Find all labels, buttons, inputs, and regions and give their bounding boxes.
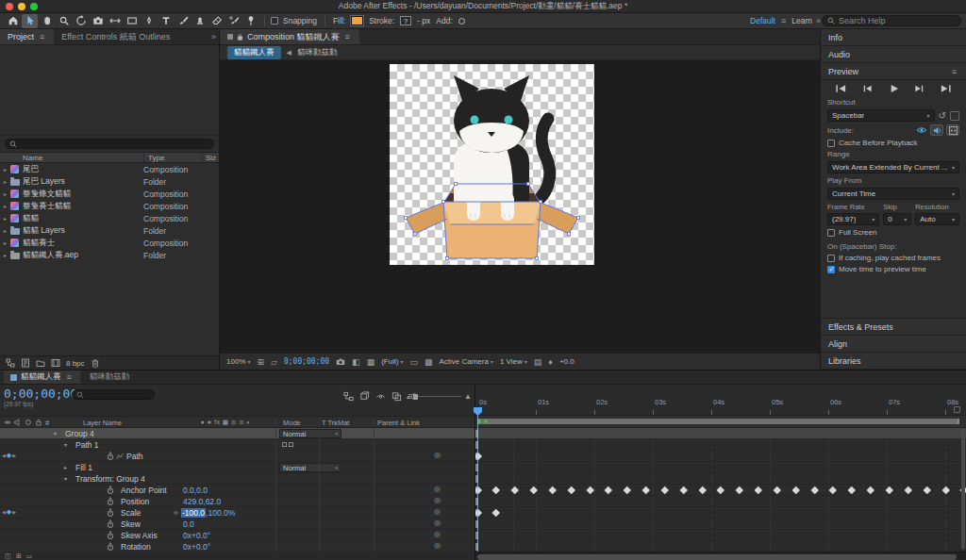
puppet-pin-tool[interactable]: [242, 14, 258, 28]
rotation-tool[interactable]: [73, 14, 89, 28]
brush-tool[interactable]: [175, 14, 191, 28]
keyframe-diamond[interactable]: [680, 486, 688, 494]
roto-brush-tool[interactable]: [225, 14, 242, 28]
timeline-row-skew[interactable]: Skew0.0◎: [0, 519, 475, 530]
render-time-icon[interactable]: ▭: [26, 552, 33, 560]
property-value[interactable]: 429.0,62.0: [183, 497, 221, 506]
checkbox-box[interactable]: [827, 140, 835, 147]
stopwatch-icon[interactable]: [107, 519, 114, 529]
timeline-row-fill-1[interactable]: ▸Fill 1Normal▾: [0, 462, 475, 473]
twirl-icon[interactable]: ▸: [0, 203, 10, 209]
breadcrumb-current[interactable]: 貓貓鐵人賽: [227, 46, 281, 59]
type-tool[interactable]: [158, 14, 174, 28]
column-index[interactable]: #: [45, 419, 49, 427]
keyframe-diamond[interactable]: [475, 509, 481, 517]
timeline-search-input[interactable]: [72, 389, 155, 400]
include-overlays-icon[interactable]: [946, 124, 959, 136]
twirl-icon[interactable]: ▸: [0, 252, 10, 258]
tab-timeline-current[interactable]: 貓貓鐵人賽 ≡: [4, 371, 80, 384]
keyframe-diamond[interactable]: [661, 486, 669, 494]
keyframe-diamond[interactable]: [736, 486, 743, 494]
mode-dropdown[interactable]: Normal▾: [279, 429, 341, 438]
keyframe-diamond[interactable]: [642, 486, 650, 494]
timeline-row-path-1[interactable]: ▾Path 1: [0, 439, 475, 451]
zoom-tool[interactable]: [56, 14, 72, 28]
tab-project[interactable]: Project ≡: [0, 29, 54, 44]
timeline-lane[interactable]: [475, 428, 966, 439]
project-row[interactable]: ▸整隻條文貓貓Composition: [0, 188, 219, 200]
panel-menu-icon[interactable]: ≡: [65, 372, 74, 382]
keyframe-diamond[interactable]: [624, 486, 631, 494]
pickwhip-icon[interactable]: ◎: [434, 507, 441, 516]
panel-overflow-icon[interactable]: »: [211, 32, 219, 41]
composition-mini-flowchart-icon[interactable]: [343, 391, 354, 402]
keyframe-diamond[interactable]: [549, 486, 557, 494]
timeline-lane[interactable]: [475, 439, 966, 451]
keyframe-diamond[interactable]: [568, 486, 575, 494]
timeline-lanes[interactable]: [475, 428, 966, 552]
column-trkmat[interactable]: T TrkMat: [322, 419, 349, 427]
twirl-icon[interactable]: ▸: [0, 166, 10, 173]
tab-timeline-other[interactable]: 貓咪動茲動: [83, 371, 137, 384]
panel-menu-icon[interactable]: ≡: [38, 32, 46, 41]
twirl-icon[interactable]: ▸: [0, 178, 10, 185]
keyframe-diamond[interactable]: [941, 486, 949, 494]
pickwhip-icon[interactable]: ◎: [434, 519, 441, 527]
timeline-lane[interactable]: [475, 519, 966, 530]
stroke-width-value[interactable]: - px: [415, 16, 432, 25]
shortcut-dropdown[interactable]: Spacebar ▾: [827, 109, 935, 122]
show-snapshot-icon[interactable]: ◧: [352, 357, 360, 367]
timeline-row-skew-axis[interactable]: Skew Axis0x+0.0°◎: [0, 530, 475, 541]
shortcut-options-icon[interactable]: [950, 111, 959, 121]
property-value[interactable]: -100.0,100.0%: [181, 508, 235, 518]
grid-options-icon[interactable]: ⊞: [257, 357, 264, 367]
keyframe-diamond[interactable]: [475, 453, 481, 460]
fast-previews-icon[interactable]: ♦: [548, 357, 553, 367]
keyframe-diamond[interactable]: [792, 486, 800, 494]
twirl-icon[interactable]: ▾: [54, 430, 57, 436]
tab-effect-controls[interactable]: Effect Controls 紙箱 Outlines: [54, 29, 177, 44]
mask-visibility-icon[interactable]: ▱: [271, 357, 277, 367]
column-mode[interactable]: Mode: [283, 419, 301, 427]
panel-preview[interactable]: Preview ≡: [821, 63, 966, 80]
zoom-in-icon[interactable]: ▲: [464, 392, 472, 401]
timeline-row-rotation[interactable]: Rotation0x+0.0°◎: [0, 541, 475, 552]
timeline-lane[interactable]: [475, 507, 966, 519]
column-type[interactable]: Type: [143, 154, 202, 162]
keyframe-diamond[interactable]: [492, 509, 500, 517]
project-table-header[interactable]: Name Type Siz: [0, 152, 219, 163]
shape-tool[interactable]: [124, 14, 140, 28]
stopwatch-icon[interactable]: [107, 452, 114, 461]
trash-icon[interactable]: [91, 358, 100, 368]
column-parent-link[interactable]: Parent & Link: [377, 419, 420, 427]
play-from-dropdown[interactable]: Current Time ▾: [827, 188, 959, 200]
twirl-icon[interactable]: ▾: [64, 441, 67, 448]
comp-marker-bin-icon[interactable]: [954, 406, 960, 413]
camera-view-dropdown[interactable]: Active Camera▾: [439, 357, 492, 366]
fill-color-swatch[interactable]: [351, 16, 363, 25]
draft-3d-icon[interactable]: [359, 391, 370, 402]
tab-composition[interactable]: Composition 貓貓鐵人賽 ≡: [220, 29, 359, 44]
pickwhip-icon[interactable]: ◎: [434, 451, 441, 459]
new-folder-icon[interactable]: [36, 358, 45, 368]
keyframe-diamond[interactable]: [924, 486, 931, 494]
view-layout-dropdown[interactable]: 1 View▾: [500, 357, 527, 366]
keyframe-diamond[interactable]: [511, 486, 519, 494]
zoom-out-icon[interactable]: ▲: [406, 394, 410, 400]
workspace-overflow-icon[interactable]: »: [816, 16, 820, 25]
next-frame-button[interactable]: [913, 84, 925, 93]
exposure-value[interactable]: +0.0: [559, 357, 575, 366]
audio-column-icon[interactable]: [14, 419, 22, 426]
checkbox-box[interactable]: [827, 266, 835, 273]
show-columns-icon[interactable]: ⊞: [16, 552, 22, 560]
twirl-icon[interactable]: ▸: [0, 239, 10, 246]
column-layer-name[interactable]: Layer Name: [83, 419, 122, 427]
caching-play-checkbox[interactable]: If caching, play cached frames: [827, 254, 959, 262]
hand-tool[interactable]: [39, 14, 55, 28]
project-flowchart-icon[interactable]: [6, 358, 15, 368]
workspace-default-button[interactable]: Default: [748, 16, 777, 25]
keyframe-diamond[interactable]: [905, 486, 912, 494]
help-search-input[interactable]: Search Help: [822, 15, 961, 26]
panel-libraries[interactable]: Libraries: [821, 353, 966, 370]
expand-layer-pane-icon[interactable]: ◫: [5, 552, 11, 560]
